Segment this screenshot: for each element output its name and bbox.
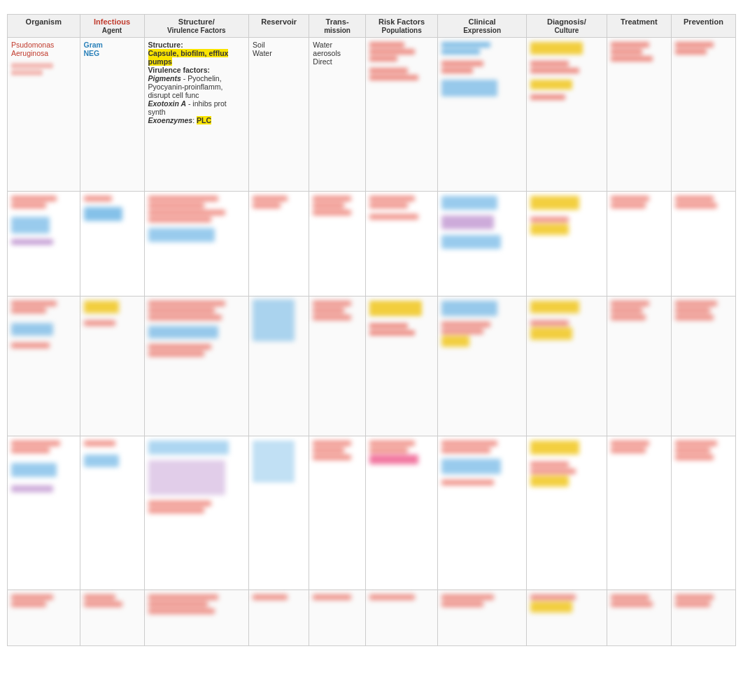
col-header-transmission: Trans- mission [309, 15, 366, 38]
cell-reservoir-3 [249, 297, 309, 436]
cell-diagnosis-5 [526, 590, 607, 646]
cell-diagnosis-2 [526, 192, 607, 297]
gram-label-1: Gram [84, 41, 103, 49]
cell-infectious-1: Gram NEG [80, 38, 144, 192]
cell-diagnosis-1 [526, 38, 607, 192]
col-header-reservoir: Reservoir [249, 15, 309, 38]
table-header-row: Organism Infectious Agent Structure/ Vir… [8, 15, 736, 38]
cell-structure-5 [144, 590, 249, 646]
cell-organism-4 [8, 436, 80, 590]
gram-neg-label-1: NEG [84, 49, 100, 57]
cell-organism-5 [8, 590, 80, 646]
plc-label: PLC [197, 116, 211, 124]
cell-prevention-4 [671, 436, 735, 590]
cell-structure-4 [144, 436, 249, 590]
cell-reservoir-1: Soil Water [249, 38, 309, 192]
cell-reservoir-2 [249, 192, 309, 297]
cell-riskfactors-2 [365, 192, 438, 297]
col-header-organism: Organism [8, 15, 80, 38]
exotoxin-a-label: Exotoxin A [148, 99, 186, 108]
cell-transmission-5 [309, 590, 366, 646]
cell-clinical-1 [438, 38, 527, 192]
exoenzymes-label: Exoenzymes [148, 116, 193, 124]
cell-clinical-3 [438, 297, 527, 436]
cell-riskfactors-1 [365, 38, 438, 192]
cell-organism-2 [8, 192, 80, 297]
table-row: Psudomonas Aeruginosa Gram NEG Structure… [8, 38, 736, 192]
cell-transmission-3 [309, 297, 366, 436]
cell-prevention-3 [671, 297, 735, 436]
table-row [8, 436, 736, 590]
transmission-direct: Direct [313, 57, 332, 66]
cell-organism-3 [8, 297, 80, 436]
cell-structure-2 [144, 192, 249, 297]
microbiology-table: Organism Infectious Agent Structure/ Vir… [7, 14, 736, 646]
col-header-infectious: Infectious Agent [80, 15, 144, 38]
col-header-diagnosis: Diagnosis/ Culture [526, 15, 607, 38]
cell-treatment-3 [607, 297, 671, 436]
virulence-factors-label: Virulence factors: [148, 66, 211, 74]
cell-infectious-2 [80, 192, 144, 297]
organism-name-1b: Aeruginosa [11, 49, 48, 57]
cell-structure-1: Structure: Capsule, biofilm, efflux pump… [144, 38, 249, 192]
cell-prevention-1 [671, 38, 735, 192]
cell-transmission-1: Water aerosols Direct [309, 38, 366, 192]
cell-prevention-5 [671, 590, 735, 646]
cell-clinical-2 [438, 192, 527, 297]
col-header-structure: Structure/ Virulence Factors [144, 15, 249, 38]
cell-organism-1: Psudomonas Aeruginosa [8, 38, 80, 192]
cell-riskfactors-5 [365, 590, 438, 646]
organism-name-1: Psudomonas [11, 41, 54, 49]
cell-diagnosis-3 [526, 297, 607, 436]
col-header-prevention: Prevention [671, 15, 735, 38]
structure-highlighted: Capsule, biofilm, efflux pumps [148, 49, 229, 66]
pigments-label: Pigments [148, 74, 181, 83]
cell-riskfactors-3 [365, 297, 438, 436]
cell-treatment-2 [607, 192, 671, 297]
cell-transmission-2 [309, 192, 366, 297]
cell-prevention-2 [671, 192, 735, 297]
col-header-treatment: Treatment [607, 15, 671, 38]
col-header-clinical: Clinical Expression [438, 15, 527, 38]
cell-structure-3 [144, 297, 249, 436]
main-page: Organism Infectious Agent Structure/ Vir… [0, 0, 743, 700]
reservoir-soil: Soil [253, 41, 265, 49]
transmission-aerosols: Water aerosols [313, 41, 341, 57]
table-row [8, 192, 736, 297]
cell-clinical-5 [438, 590, 527, 646]
cell-clinical-4 [438, 436, 527, 590]
cell-infectious-3 [80, 297, 144, 436]
cell-transmission-4 [309, 436, 366, 590]
cell-infectious-5 [80, 590, 144, 646]
cell-diagnosis-4 [526, 436, 607, 590]
cell-riskfactors-4 [365, 436, 438, 590]
reservoir-water: Water [253, 49, 272, 57]
cell-treatment-5 [607, 590, 671, 646]
col-header-riskfactors: Risk Factors Populations [365, 15, 438, 38]
cell-reservoir-4 [249, 436, 309, 590]
cell-treatment-4 [607, 436, 671, 590]
table-row [8, 297, 736, 436]
cell-treatment-1 [607, 38, 671, 192]
structure-type-label: Structure: [148, 41, 183, 49]
cell-reservoir-5 [249, 590, 309, 646]
table-row [8, 590, 736, 646]
cell-infectious-4 [80, 436, 144, 590]
